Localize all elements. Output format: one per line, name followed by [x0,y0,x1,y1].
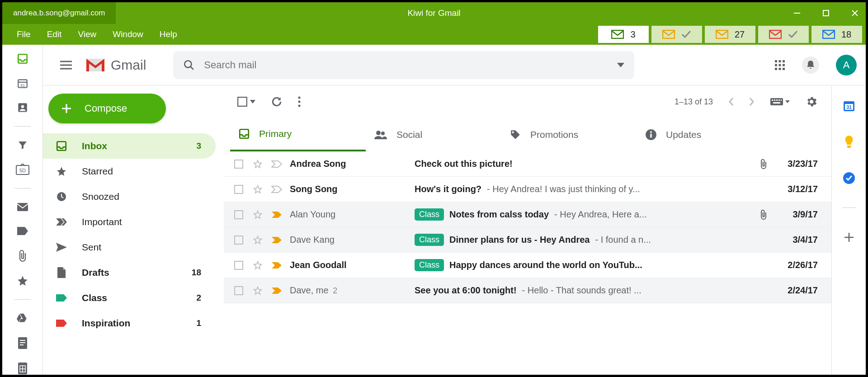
account-pill-count: 18 [841,29,851,40]
row-preview: - I found a n... [595,235,651,245]
nav-drafts[interactable]: Drafts18 [43,260,216,285]
tab-promotions[interactable]: Promotions [501,118,637,151]
row-important[interactable] [271,287,283,294]
mail-row[interactable]: Jean Goodall ClassHappy dances around th… [224,253,831,278]
row-checkbox[interactable] [233,160,245,169]
select-all-checkbox[interactable] [237,97,255,107]
nav-inspiration[interactable]: Inspiration1 [43,311,216,336]
account-pill-0[interactable]: 3 [598,26,649,43]
notifications-icon[interactable] [802,56,820,74]
refresh-button[interactable] [271,96,283,108]
add-addon-button[interactable] [842,231,856,244]
contacts-icon[interactable] [16,102,29,113]
mail-row[interactable]: Song Song How's it going? - Hey Andrea! … [224,177,831,202]
filter-icon[interactable] [16,139,29,151]
row-checkbox[interactable] [233,236,245,245]
svg-rect-1 [823,10,829,16]
search-bar[interactable] [173,51,634,79]
input-tools-button[interactable] [770,98,790,106]
search-input[interactable] [204,59,608,71]
svg-rect-33 [783,60,785,62]
tab-label: Primary [259,128,292,139]
account-pill-1[interactable] [651,26,702,43]
calendar-icon[interactable]: 31 [16,77,29,89]
minimize-button[interactable] [792,8,802,19]
row-checkbox[interactable] [233,261,245,270]
svg-rect-39 [783,68,785,70]
mail-row[interactable]: Dave Kang ClassDinner plans for us - Hey… [224,227,831,253]
docs-icon[interactable] [16,337,29,349]
5d-icon[interactable]: 5D [16,164,29,175]
row-star[interactable] [252,184,264,194]
hamburger-menu[interactable] [57,57,75,73]
attachment-icon[interactable] [16,250,29,262]
row-star[interactable] [252,210,264,220]
row-star[interactable] [252,235,264,245]
row-checkbox[interactable] [233,286,245,295]
next-page-button[interactable] [749,97,755,106]
row-date: 3/4/17 [777,235,818,245]
row-star[interactable] [252,260,264,270]
svg-rect-38 [779,68,781,70]
mail-icon[interactable] [16,201,29,213]
account-pill-2[interactable]: 27 [705,26,755,43]
nav-starred[interactable]: Starred [43,159,216,184]
row-important[interactable] [271,160,283,168]
row-star[interactable] [252,286,264,296]
row-star[interactable] [252,159,264,169]
keep-addon-icon[interactable] [842,135,856,149]
sheets-icon[interactable] [16,362,29,375]
menu-view[interactable]: View [78,29,96,39]
row-important[interactable] [271,186,283,193]
row-important[interactable] [271,236,283,244]
row-from: Alan Young [290,209,407,220]
gmail-logo[interactable]: Gmail [85,57,146,73]
menu-help[interactable]: Help [160,29,177,39]
nav-sent[interactable]: Sent [43,235,216,260]
svg-rect-68 [235,287,243,295]
row-checkbox[interactable] [233,210,245,219]
mail-row[interactable]: Andrea Song Check out this picture!3/23/… [224,151,831,177]
nav-class[interactable]: Class2 [43,285,216,311]
nav-snoozed[interactable]: Snoozed [43,184,216,209]
row-important[interactable] [271,211,283,218]
mail-row[interactable]: Dave, me 2See you at 6:00 tonight! - Hel… [224,278,831,303]
compose-button[interactable]: Compose [48,94,166,123]
tab-primary[interactable]: Primary [230,118,366,151]
label-icon[interactable] [16,225,29,237]
more-button[interactable] [298,96,301,107]
menu-edit[interactable]: Edit [47,29,62,39]
nav-label: Starred [82,166,113,177]
tab-social[interactable]: Social [366,118,501,151]
svg-rect-64 [235,185,243,193]
menu-file[interactable]: File [17,29,31,39]
drive-icon[interactable] [16,312,29,324]
account-pill-4[interactable]: 18 [811,26,862,43]
kiwi-inbox-icon[interactable] [16,53,29,65]
calendar-addon-icon[interactable]: 31 [842,99,856,113]
star-icon[interactable] [16,275,29,287]
settings-button[interactable] [805,95,818,108]
nav-label: Inbox [82,141,107,151]
send-icon [56,241,67,253]
account-email-tab[interactable]: andrea.b.song@gmail.com [2,2,116,24]
prev-page-button[interactable] [728,97,734,106]
close-button[interactable] [849,8,860,19]
nav-important[interactable]: Important [43,209,216,235]
mail-row[interactable]: Alan Young ClassNotes from calss today -… [224,202,831,227]
row-important[interactable] [271,262,283,269]
apps-grid-icon[interactable] [774,60,785,71]
nav-inbox[interactable]: Inbox3 [43,133,216,159]
important-icon [56,216,67,228]
row-checkbox[interactable] [233,185,245,194]
tab-updates[interactable]: Updates [637,118,773,151]
maximize-button[interactable] [821,8,831,19]
tasks-addon-icon[interactable] [842,171,856,185]
search-options-icon[interactable] [617,63,624,67]
nav-count: 18 [192,268,201,278]
account-pill-3[interactable] [758,26,809,43]
account-avatar[interactable]: A [836,55,857,75]
svg-rect-17 [17,203,28,211]
nav-label: Important [82,217,122,227]
menu-window[interactable]: Window [113,29,143,39]
